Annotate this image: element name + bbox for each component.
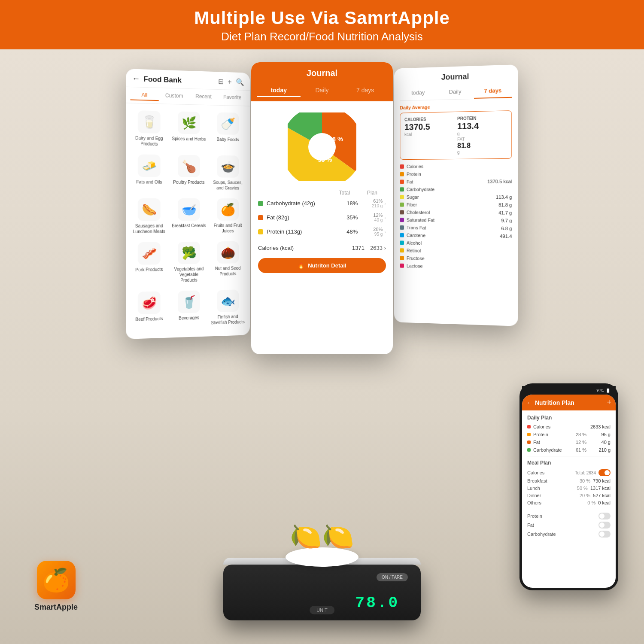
calories-row[interactable]: Calories (kcal) 1371 2633 › — [258, 241, 386, 251]
carb-pct: 18% — [343, 200, 358, 207]
j7-tab-7days[interactable]: 7 days — [474, 83, 512, 99]
list-item[interactable]: 🌭 Sausages and Luncheon Meats — [129, 195, 168, 238]
list-item[interactable]: 🥩 Beef Products — [129, 288, 168, 331]
carb-plan: 61% — [361, 198, 383, 204]
list-item[interactable]: 🌿 Spices and Herbs — [170, 108, 208, 151]
fb-item-icon: 🍗 — [178, 155, 200, 177]
list-item[interactable]: 🍲 Soups, Sauces, and Gravies — [209, 152, 247, 194]
phone-back-icon[interactable]: ← — [526, 399, 532, 406]
unit-button[interactable]: UNIT — [310, 606, 334, 614]
list-item[interactable]: 🥤 Beverages — [170, 287, 208, 330]
fb-item-label: Breakfast Cereals — [172, 223, 206, 228]
fat-stat-label: FAT — [457, 137, 465, 142]
header-subtitle: Diet Plan Record/Food Nutrition Analysis — [9, 30, 635, 43]
detail-button[interactable]: 🔥 Nutriton Detail — [258, 258, 386, 273]
fb-tab-favorite[interactable]: Favorite — [219, 92, 246, 103]
list-item[interactable]: 🥓 Pork Products — [129, 238, 168, 287]
list-item[interactable]: 🧈 Fats and Oils — [129, 151, 168, 194]
protein-stat-value: 113.4 — [457, 120, 507, 131]
chevron-icon: › — [384, 201, 386, 206]
search-icon[interactable]: 🔍 — [236, 78, 244, 86]
journal-tab-7days[interactable]: 7 days — [343, 84, 387, 97]
row-pct: 12 % — [576, 440, 586, 445]
fat-plan-sub: 40 g — [374, 218, 383, 222]
table-row[interactable]: Fat (82g) 35% 12% 40 g › — [258, 213, 386, 222]
dot-icon — [400, 233, 404, 237]
fb-item-label: Vegetables and Vegetable Products — [171, 266, 207, 283]
daily-plan-title: Daily Plan — [527, 415, 611, 421]
j7-stats-row: CALORIES 1370.5 kcal PROTEIN 113.4 g FAT… — [404, 115, 507, 155]
dot-icon — [400, 256, 404, 260]
journal-tab-daily[interactable]: Daily — [301, 84, 344, 97]
list-item[interactable]: 🍼 Baby Foods — [209, 109, 247, 152]
nutrition-list: Total Plan Carbohydrate (42g) 18% 61% 21… — [258, 190, 386, 251]
list-item[interactable]: 🥛 Dairy and Egg Products — [129, 107, 168, 151]
fb-item-label: Sausages and Luncheon Meats — [131, 223, 167, 234]
list-item[interactable]: 🍗 Poultry Products — [170, 151, 208, 194]
row-label: Calories — [533, 424, 589, 429]
table-row: Others 0 % 0 kcal — [527, 500, 611, 505]
fat-dot — [258, 215, 263, 220]
list-item[interactable]: 🍊 Fruits and Fruit Juices — [209, 195, 247, 237]
dot-icon — [400, 210, 404, 215]
back-arrow-icon[interactable]: ← — [132, 74, 140, 84]
pie-container: 48 % 18 % 35 % — [258, 112, 386, 181]
fb-tab-all[interactable]: All — [131, 90, 159, 101]
fb-item-icon: 🍊 — [217, 198, 239, 221]
fb-tab-custom[interactable]: Custom — [160, 91, 188, 102]
j7-avg-label: Daily Average — [400, 103, 512, 110]
row-val: 1317 kcal — [590, 486, 611, 491]
nutrient-name: Alcohol — [407, 240, 512, 247]
carbohydrate-toggle[interactable] — [598, 531, 611, 538]
table-row: Dinner 20 % 527 kcal — [527, 493, 611, 498]
fb-item-icon: 🥓 — [138, 242, 161, 265]
scale-container: 🍋🍋 ON / TARE 78.0 UNIT — [215, 558, 429, 620]
calories-stat-unit: kcal — [404, 131, 453, 137]
scale-display: 78.0 — [355, 594, 399, 612]
fb-item-label: Pork Products — [135, 267, 163, 273]
nutrient-name: Lactose — [407, 263, 512, 270]
row-val: 210 g — [589, 447, 611, 453]
fb-item-label: Beverages — [179, 315, 199, 321]
list-item[interactable]: 🌰 Nut and Seed Products — [209, 238, 247, 286]
j7-tab-today[interactable]: today — [400, 85, 436, 100]
calories-toggle[interactable] — [598, 469, 611, 476]
journal-tab-today[interactable]: today — [257, 84, 301, 97]
row-label: Fat — [527, 522, 598, 528]
protein-toggle[interactable] — [598, 513, 611, 519]
dot-icon — [400, 225, 404, 230]
row-label: Breakfast — [527, 478, 580, 483]
svg-text:48 %: 48 % — [314, 146, 328, 152]
phone-screen: 9:41 ▐▌ ← Nutrition Plan + Daily Plan Ca… — [519, 383, 618, 590]
fb-tab-recent[interactable]: Recent — [190, 91, 217, 103]
chevron-icon: › — [384, 215, 386, 220]
row-val: 40 g — [589, 440, 611, 445]
scale-body: ON / TARE 78.0 UNIT — [223, 565, 421, 620]
list-item[interactable]: 🥦 Vegetables and Vegetable Products — [170, 238, 208, 287]
row-label: Carbohydrate — [527, 532, 598, 537]
phone-header: ← Nutrition Plan + — [522, 395, 616, 410]
fb-item-label: Beef Products — [135, 316, 163, 322]
j7-tab-daily[interactable]: Daily — [437, 85, 474, 100]
on-tare-button[interactable]: ON / TARE — [377, 573, 408, 581]
filter-icon[interactable]: ⊟ — [218, 77, 224, 85]
detail-label: Nutriton Detail — [308, 262, 346, 269]
row-label: Calories — [527, 470, 575, 475]
table-row[interactable]: Carbohydrate (42g) 18% 61% 210 g › — [258, 198, 386, 208]
table-row: Lactose — [400, 263, 512, 270]
table-row: Fat 12 % 40 g — [527, 440, 611, 445]
row-label: Lunch — [527, 486, 577, 491]
table-row[interactable]: Protein (113g) 48% 28% 95 g › — [258, 227, 386, 237]
list-item[interactable]: 🐟 Finfish and Shellfish Products — [209, 286, 247, 329]
screens-container: ← Food Bank ⊟ + 🔍 All Custom Recent Favo… — [0, 62, 644, 354]
dot-icon — [527, 425, 531, 428]
table-row: Fiber 81.8 g — [400, 202, 512, 208]
add-icon[interactable]: + — [228, 78, 231, 85]
fat-toggle[interactable] — [598, 522, 611, 529]
protein-stat-unit: g — [457, 131, 507, 136]
list-item[interactable]: 🥣 Breakfast Cereals — [170, 195, 208, 237]
phone-plus-button[interactable]: + — [607, 398, 611, 407]
food-bank-screen: ← Food Bank ⊟ + 🔍 All Custom Recent Favo… — [126, 69, 250, 339]
fat-plan: 12% — [361, 213, 383, 218]
calories-stat-value: 1370.5 — [404, 121, 453, 132]
